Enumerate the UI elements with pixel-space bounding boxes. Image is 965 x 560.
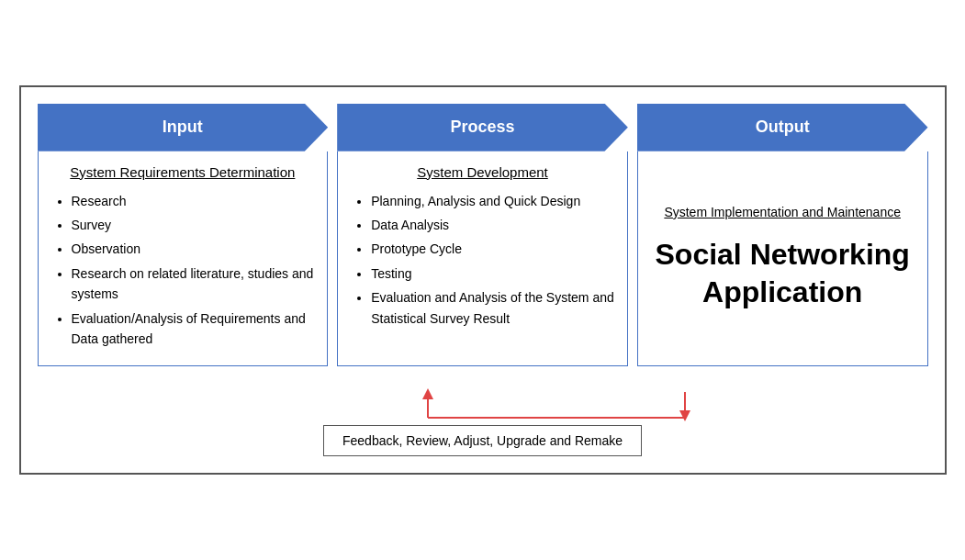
output-subtitle: System Implementation and Maintenance xyxy=(664,205,901,219)
output-body: System Implementation and Maintenance So… xyxy=(637,151,928,367)
list-item: Evaluation and Analysis of the System an… xyxy=(371,287,614,329)
input-header: Input xyxy=(38,104,329,151)
list-item: Observation xyxy=(72,239,315,259)
input-body: System Requirements Determination Resear… xyxy=(38,151,329,367)
feedback-box: Feedback, Review, Adjust, Upgrade and Re… xyxy=(323,425,642,456)
list-item: Prototype Cycle xyxy=(371,239,614,259)
list-item: Evaluation/Analysis of Requirements and … xyxy=(72,308,315,350)
columns-row: Input System Requirements Determination … xyxy=(38,104,928,367)
diagram-container: Input System Requirements Determination … xyxy=(19,85,947,476)
output-header: Output xyxy=(637,104,928,151)
process-section-title: System Development xyxy=(351,164,614,180)
output-big-text: Social Networking Application xyxy=(651,236,915,312)
list-item: Data Analysis xyxy=(371,215,614,235)
output-column: Output System Implementation and Mainten… xyxy=(637,104,928,367)
process-column: Process System Development Planning, Ana… xyxy=(337,104,628,367)
process-list: Planning, Analysis and Quick Design Data… xyxy=(351,191,614,329)
svg-marker-4 xyxy=(679,410,690,421)
process-header: Process xyxy=(337,104,628,151)
input-section-title: System Requirements Determination xyxy=(51,164,315,180)
input-list: Research Survey Observation Research on … xyxy=(51,191,315,350)
svg-marker-1 xyxy=(422,388,433,399)
feedback-arrows-svg xyxy=(38,383,928,423)
list-item: Planning, Analysis and Quick Design xyxy=(371,191,614,211)
input-column: Input System Requirements Determination … xyxy=(38,104,329,367)
list-item: Survey xyxy=(72,215,315,235)
list-item: Research on related literature, studies … xyxy=(72,263,315,305)
feedback-row: Feedback, Review, Adjust, Upgrade and Re… xyxy=(38,379,928,456)
process-body: System Development Planning, Analysis an… xyxy=(337,151,628,367)
list-item: Research xyxy=(72,191,315,211)
list-item: Testing xyxy=(371,263,614,284)
